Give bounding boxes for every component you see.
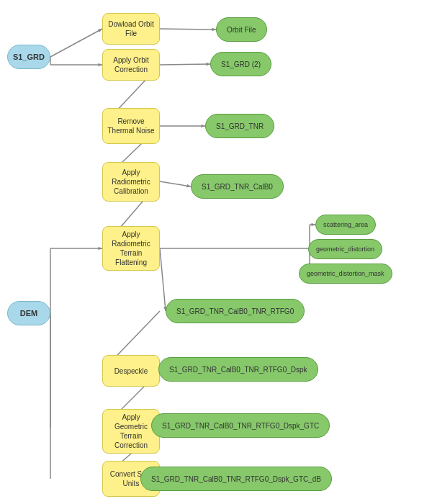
- dem-label: DEM: [20, 309, 37, 318]
- remove-thermal-node[interactable]: Remove Thermal Noise: [102, 108, 160, 144]
- apply-terrain-node[interactable]: Apply Radiometric Terrain Flattening: [102, 226, 160, 271]
- out-dspk-label: S1_GRD_TNR_CalB0_TNR_RTFG0_Dspk: [169, 366, 307, 374]
- out-s1-grd2-node: S1_GRD (2): [210, 52, 271, 76]
- out-s1-tnr-label: S1_GRD_TNR: [216, 122, 264, 130]
- out-orbit-file-label: Orbit File: [227, 26, 256, 34]
- despeckle-label: Despeckle: [114, 366, 148, 376]
- apply-geometric-node[interactable]: Apply Geometric Terrain Correction: [102, 409, 160, 454]
- apply-radiometric-label: Apply Radiometric Calibration: [106, 168, 156, 196]
- out-s1-grd2-label: S1_GRD (2): [221, 60, 261, 68]
- out-gtc-node: S1_GRD_TNR_CalB0_TNR_RTFG0_Dspk_GTC: [151, 413, 330, 438]
- apply-orbit-node[interactable]: Apply Orbit Correction: [102, 49, 160, 81]
- svg-line-15: [160, 181, 191, 186]
- out-s1-calb0-label: S1_GRD_TNR_CalB0: [202, 183, 273, 191]
- out-geom-dist-node: geometric_distortion: [308, 239, 382, 259]
- out-s1-calb0-node: S1_GRD_TNR_CalB0: [191, 174, 284, 199]
- out-rtfg0-label: S1_GRD_TNR_CalB0_TNR_RTFG0: [176, 307, 294, 315]
- out-dspk-node: S1_GRD_TNR_CalB0_TNR_RTFG0_Dspk: [158, 357, 318, 382]
- despeckle-node[interactable]: Despeckle: [102, 355, 160, 387]
- svg-line-32: [160, 248, 166, 311]
- download-orbit-node[interactable]: Dowload Orbit File: [102, 13, 160, 45]
- out-rtfg0-node: S1_GRD_TNR_CalB0_TNR_RTFG0: [166, 299, 305, 323]
- out-scatter-node: scattering_area: [315, 215, 376, 235]
- svg-line-9: [160, 29, 216, 30]
- download-orbit-label: Dowload Orbit File: [106, 19, 156, 38]
- apply-terrain-label: Apply Radiometric Terrain Flattening: [106, 230, 156, 267]
- out-gtc-label: S1_GRD_TNR_CalB0_TNR_RTFG0_Dspk_GTC: [162, 422, 319, 430]
- out-s1-tnr-node: S1_GRD_TNR: [205, 114, 274, 138]
- apply-orbit-label: Apply Orbit Correction: [106, 55, 156, 74]
- svg-line-7: [160, 64, 210, 65]
- out-db-node: S1_GRD_TNR_CalB0_TNR_RTFG0_Dspk_GTC_dB: [140, 467, 332, 491]
- dem-node: DEM: [7, 301, 50, 325]
- out-geom-mask-label: geometric_distortion_mask: [307, 270, 384, 277]
- out-db-label: S1_GRD_TNR_CalB0_TNR_RTFG0_Dspk_GTC_dB: [151, 475, 321, 483]
- out-geom-dist-label: geometric_distortion: [316, 246, 374, 253]
- svg-line-0: [50, 29, 102, 57]
- apply-geometric-label: Apply Geometric Terrain Correction: [106, 413, 156, 450]
- out-geom-mask-node: geometric_distortion_mask: [299, 264, 392, 284]
- apply-radiometric-node[interactable]: Apply Radiometric Calibration: [102, 162, 160, 202]
- s1-grd-label: S1_GRD: [13, 53, 45, 61]
- s1-grd-node: S1_GRD: [7, 45, 50, 69]
- remove-thermal-label: Remove Thermal Noise: [106, 117, 156, 135]
- out-orbit-file-node: Orbit File: [216, 17, 267, 42]
- out-scatter-label: scattering_area: [323, 221, 368, 228]
